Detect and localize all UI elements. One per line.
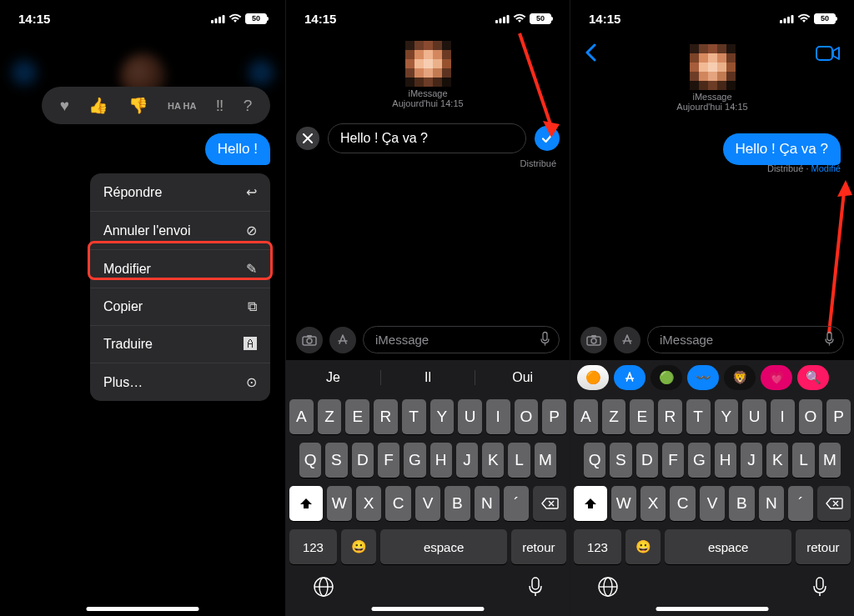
key-r[interactable]: R	[374, 399, 398, 434]
key-k[interactable]: K	[482, 443, 504, 478]
facetime-button[interactable]	[816, 45, 841, 65]
key-l[interactable]: L	[792, 443, 814, 478]
camera-button[interactable]	[296, 327, 323, 353]
key-b[interactable]: B	[729, 486, 754, 521]
key-u[interactable]: U	[742, 399, 766, 434]
back-button[interactable]	[584, 42, 597, 68]
key-return[interactable]: retour	[796, 529, 851, 564]
reaction-thumbs-up-icon[interactable]: 👍	[88, 96, 108, 115]
key-y[interactable]: Y	[430, 399, 455, 434]
key-i[interactable]: I	[486, 399, 510, 434]
key-s[interactable]: S	[325, 443, 347, 478]
key-123[interactable]: 123	[289, 529, 337, 564]
key-v[interactable]: V	[700, 486, 725, 521]
key-c[interactable]: C	[385, 486, 410, 521]
reaction-question-icon[interactable]: ?	[244, 97, 253, 115]
key-j[interactable]: J	[456, 443, 478, 478]
reaction-bar[interactable]: ♥ 👍 👎 HA HA ‼︎ ?	[42, 87, 270, 124]
dictation-button[interactable]	[528, 576, 543, 603]
key-t[interactable]: T	[402, 399, 426, 434]
key-backspace[interactable]	[817, 486, 851, 521]
ctx-copy[interactable]: Copier⧉	[90, 288, 270, 326]
key-shift[interactable]	[289, 486, 323, 521]
avatar[interactable]	[405, 41, 451, 87]
reaction-haha-icon[interactable]: HA HA	[168, 101, 196, 111]
key-backspace[interactable]	[533, 486, 566, 521]
key-o[interactable]: O	[799, 399, 823, 434]
key-g[interactable]: G	[688, 443, 710, 478]
app-heart[interactable]: 💗	[761, 365, 792, 390]
key-s[interactable]: S	[610, 443, 631, 478]
key-l[interactable]: L	[508, 443, 530, 478]
reaction-exclaim-icon[interactable]: ‼︎	[216, 97, 224, 115]
key-m[interactable]: M	[535, 443, 556, 478]
key-i[interactable]: I	[771, 399, 795, 434]
key-r[interactable]: R	[658, 399, 682, 434]
key-j[interactable]: J	[741, 443, 762, 478]
app-audio[interactable]: 〰️	[687, 365, 719, 390]
key-h[interactable]: H	[715, 443, 736, 478]
key-123[interactable]: 123	[574, 529, 621, 564]
key-emoji[interactable]: 😀	[341, 529, 377, 564]
globe-button[interactable]	[597, 576, 619, 603]
key-w[interactable]: W	[611, 486, 636, 521]
home-indicator[interactable]	[656, 607, 769, 611]
key-y[interactable]: Y	[715, 399, 739, 434]
key-g[interactable]: G	[404, 443, 425, 478]
ctx-translate[interactable]: Traduire🅰︎	[90, 326, 270, 363]
key-n[interactable]: N	[759, 486, 784, 521]
key-d[interactable]: D	[352, 443, 374, 478]
app-search[interactable]: 🔍	[797, 365, 829, 390]
key-w[interactable]: W	[327, 486, 352, 521]
key-f[interactable]: F	[378, 443, 399, 478]
suggestion-1[interactable]: Je	[286, 370, 381, 385]
key-b[interactable]: B	[445, 486, 470, 521]
message-bubble-sent[interactable]: Hello !	[205, 133, 270, 165]
key-shift[interactable]	[574, 486, 607, 521]
edit-message-input[interactable]	[328, 123, 526, 153]
key-space[interactable]: espace	[665, 529, 791, 564]
key-e[interactable]: E	[345, 399, 369, 434]
ctx-undo-send[interactable]: Annuler l'envoi⊘	[90, 212, 270, 250]
appstore-button[interactable]	[614, 327, 640, 353]
message-bubble-sent[interactable]: Hello ! Ça va ?	[723, 133, 841, 165]
key-a[interactable]: A	[574, 399, 598, 434]
key-m[interactable]: M	[819, 443, 841, 478]
ctx-reply[interactable]: Répondre↩︎	[90, 173, 270, 212]
key-p[interactable]: P	[826, 399, 851, 434]
key-u[interactable]: U	[458, 399, 482, 434]
key-accent[interactable]: ´	[788, 486, 813, 521]
app-memoji[interactable]: 🦁	[724, 365, 756, 390]
key-o[interactable]: O	[515, 399, 539, 434]
app-photos[interactable]: 🟠	[577, 365, 609, 390]
confirm-edit-button[interactable]	[535, 126, 560, 151]
key-z[interactable]: Z	[602, 399, 626, 434]
cancel-edit-button[interactable]	[296, 127, 319, 150]
key-q[interactable]: Q	[299, 443, 321, 478]
key-e[interactable]: E	[630, 399, 654, 434]
home-indicator[interactable]	[87, 607, 199, 611]
key-x[interactable]: X	[640, 486, 666, 521]
key-v[interactable]: V	[415, 486, 440, 521]
appstore-button[interactable]	[329, 327, 356, 353]
mic-icon[interactable]	[824, 331, 835, 348]
key-n[interactable]: N	[475, 486, 500, 521]
key-x[interactable]: X	[356, 486, 381, 521]
key-a[interactable]: A	[289, 399, 314, 434]
suggestion-3[interactable]: Oui	[475, 370, 570, 385]
key-c[interactable]: C	[670, 486, 695, 521]
dictation-button[interactable]	[812, 576, 827, 603]
key-h[interactable]: H	[430, 443, 452, 478]
avatar[interactable]	[690, 44, 736, 90]
mic-icon[interactable]	[540, 331, 550, 348]
key-d[interactable]: D	[636, 443, 658, 478]
reaction-heart-icon[interactable]: ♥	[60, 97, 69, 115]
key-q[interactable]: Q	[584, 443, 605, 478]
home-indicator[interactable]	[372, 607, 485, 611]
key-z[interactable]: Z	[318, 399, 342, 434]
key-f[interactable]: F	[662, 443, 684, 478]
key-emoji[interactable]: 😀	[625, 529, 661, 564]
key-return[interactable]: retour	[511, 529, 566, 564]
compose-input[interactable]: iMessage	[647, 326, 844, 353]
key-accent[interactable]: ´	[504, 486, 529, 521]
